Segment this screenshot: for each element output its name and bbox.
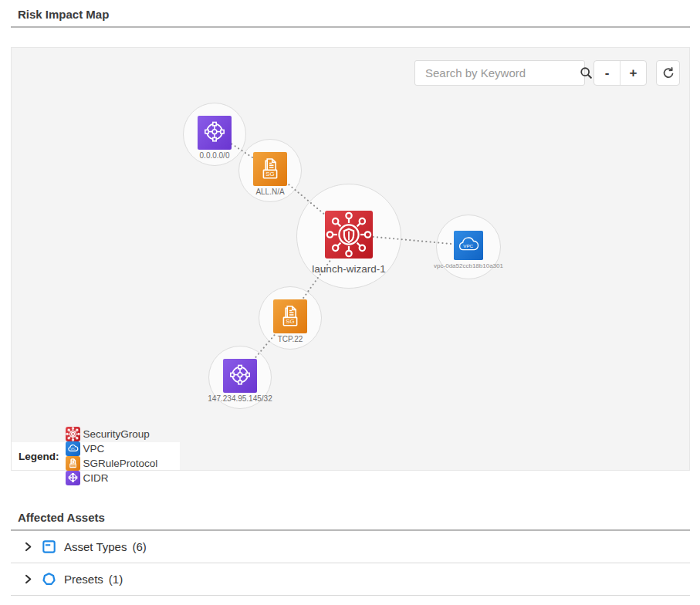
- affected-assets-title: Affected Assets: [11, 503, 690, 529]
- svg-text:SG: SG: [71, 465, 75, 468]
- refresh-icon: [661, 66, 675, 80]
- map-legend: Legend: SecurityGroupVPCVPCSGSGRuleProto…: [12, 442, 180, 470]
- asset-types-icon: [42, 539, 56, 554]
- map-toolbar: - +: [414, 60, 680, 86]
- node-label: ALL.N/A: [255, 188, 284, 196]
- node-label: vpc-0da52ccb18b10a301: [434, 262, 503, 269]
- sgruleprotocol-legend-icon: SG: [66, 456, 80, 471]
- asset-row-asset-types[interactable]: Asset Types(6): [11, 531, 690, 563]
- legend-item-cidr: CIDR: [66, 471, 158, 485]
- asset-row-label: Asset Types: [64, 540, 127, 553]
- svg-text:VPC: VPC: [70, 448, 76, 451]
- cidr-icon[interactable]: [198, 116, 232, 150]
- asset-row-label: Presets: [64, 573, 103, 586]
- refresh-button[interactable]: [656, 60, 680, 86]
- legend-item-label: VPC: [83, 443, 105, 455]
- presets-icon: [42, 572, 56, 586]
- search-input[interactable]: [415, 66, 579, 79]
- securitygroup-legend-icon: [66, 427, 80, 441]
- legend-item-sgruleprotocol: SGSGRuleProtocol: [66, 456, 158, 471]
- legend-item-label: SGRuleProtocol: [83, 458, 158, 469]
- legend-item-label: SecurityGroup: [83, 428, 150, 440]
- legend-items: SecurityGroupVPCVPCSGSGRuleProtocolCIDR: [66, 427, 168, 485]
- asset-row-count: (6): [132, 540, 146, 553]
- node-label: TCP.22: [278, 335, 303, 343]
- legend-item-label: CIDR: [83, 472, 109, 484]
- securitygroup-icon[interactable]: [325, 211, 373, 259]
- page-title: Risk Impact Map: [11, 0, 690, 26]
- affected-assets-section: Affected Assets Asset Types(6)Presets(1): [11, 503, 690, 596]
- search-box: [414, 60, 585, 86]
- cidr-icon[interactable]: [223, 359, 257, 393]
- title-divider: [11, 26, 690, 28]
- svg-text:SG: SG: [286, 318, 294, 325]
- asset-row-count: (1): [109, 573, 123, 586]
- svg-text:SG: SG: [265, 171, 274, 177]
- node-label: launch-wizard-1: [312, 263, 385, 275]
- zoom-out-button[interactable]: -: [594, 61, 620, 85]
- node-label: 0.0.0.0/0: [200, 151, 230, 160]
- chevron-right-icon[interactable]: [22, 573, 34, 585]
- legend-item-vpc: VPCVPC: [66, 441, 158, 456]
- page-header: Risk Impact Map: [11, 0, 690, 28]
- node-label: 147.234.95.145/32: [208, 394, 272, 403]
- sgruleprotocol-icon[interactable]: SG: [273, 299, 307, 333]
- vpc-icon[interactable]: VPC: [454, 231, 483, 260]
- legend-item-securitygroup: SecurityGroup: [66, 427, 158, 441]
- svg-text:VPC: VPC: [463, 243, 473, 248]
- sgruleprotocol-icon[interactable]: SG: [253, 152, 287, 186]
- chevron-right-icon[interactable]: [22, 541, 34, 553]
- zoom-in-button[interactable]: +: [621, 61, 646, 85]
- risk-impact-map-canvas[interactable]: - + 0.0.0.0/0SGALL.N/Alaunch-wizard-1VPC…: [11, 47, 690, 471]
- vpc-legend-icon: VPC: [66, 441, 80, 456]
- legend-title: Legend:: [19, 451, 59, 462]
- affected-assets-list: Asset Types(6)Presets(1): [11, 531, 690, 596]
- cidr-legend-icon: [66, 471, 80, 485]
- zoom-controls: - +: [593, 60, 647, 86]
- search-icon[interactable]: [579, 61, 593, 85]
- asset-row-presets[interactable]: Presets(1): [11, 563, 690, 596]
